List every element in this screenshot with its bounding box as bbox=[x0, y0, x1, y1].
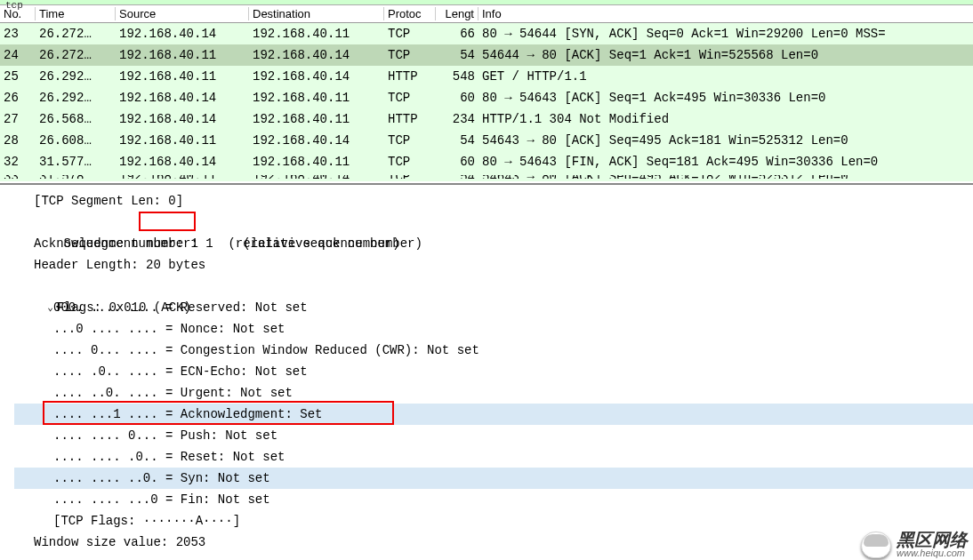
cell-info: 80 → 54643 [FIN, ACK] Seq=181 Ack=495 Wi… bbox=[478, 155, 973, 169]
cell-info: 80 → 54643 [ACK] Seq=1 Ack=495 Win=30336… bbox=[478, 91, 973, 105]
cell-info: 54643 → 80 [ACK] Seq=495 Ack=181 Win=525… bbox=[478, 133, 973, 148]
packet-list[interactable]: 2326.272…192.168.40.14192.168.40.11TCP66… bbox=[0, 23, 973, 185]
cell-src: 192.168.40.14 bbox=[116, 112, 249, 126]
cell-time: 26.272… bbox=[36, 27, 116, 41]
flag-urgent[interactable]: .... ..0. .... = Urgent: Not set bbox=[14, 382, 973, 404]
cell-len: 54 bbox=[436, 175, 478, 179]
cell-proto: TCP bbox=[384, 48, 436, 62]
mushroom-icon bbox=[861, 532, 891, 558]
packet-row[interactable]: 2826.608…192.168.40.11192.168.40.14TCP54… bbox=[0, 130, 973, 151]
cell-len: 234 bbox=[436, 112, 478, 126]
watermark-title: 黑区网络 bbox=[897, 531, 968, 548]
col-header-src[interactable]: Source bbox=[116, 7, 249, 20]
cell-dst: 192.168.40.14 bbox=[249, 69, 384, 84]
cell-info: 54643 → 80 [ACK] Seq=495 Ack=182 Win=525… bbox=[478, 175, 973, 179]
cell-proto: TCP bbox=[384, 155, 436, 169]
cell-proto: TCP bbox=[384, 91, 436, 105]
col-header-info[interactable]: Info bbox=[478, 7, 973, 20]
flag-nonce[interactable]: ...0 .... .... = Nonce: Not set bbox=[14, 318, 973, 340]
cell-src: 192.168.40.11 bbox=[116, 69, 249, 84]
cell-dst: 192.168.40.14 bbox=[249, 48, 384, 62]
packet-row[interactable]: 3331.578…192.168.40.11192.168.40.14TCP54… bbox=[0, 172, 973, 181]
cell-dst: 192.168.40.14 bbox=[249, 133, 384, 148]
packet-row[interactable]: 2726.568…192.168.40.14192.168.40.11HTTP2… bbox=[0, 108, 973, 130]
cell-len: 54 bbox=[436, 48, 478, 62]
cell-proto: HTTP bbox=[384, 112, 436, 126]
cell-dst: 192.168.40.14 bbox=[249, 175, 384, 179]
cell-time: 26.292… bbox=[36, 91, 116, 105]
cell-dst: 192.168.40.11 bbox=[249, 91, 384, 105]
cell-time: 26.608… bbox=[36, 133, 116, 148]
packet-row[interactable]: 2326.272…192.168.40.14192.168.40.11TCP66… bbox=[0, 23, 973, 44]
cell-time: 26.568… bbox=[36, 112, 116, 126]
cell-proto: TCP bbox=[384, 27, 436, 41]
detail-pane[interactable]: [TCP Segment Len: 0] Sequence number: 1 … bbox=[0, 185, 973, 558]
cell-dst: 192.168.40.11 bbox=[249, 112, 384, 126]
flag-reserved[interactable]: 000. .... .... = Reserved: Not set bbox=[14, 297, 973, 318]
cell-no: 28 bbox=[0, 133, 36, 148]
flag-reset[interactable]: .... .... .0.. = Reset: Not set bbox=[14, 446, 973, 468]
cell-proto: TCP bbox=[384, 175, 436, 179]
flag-syn[interactable]: .... .... ..0. = Syn: Not set bbox=[14, 468, 973, 489]
packet-row[interactable]: 3231.577…192.168.40.14192.168.40.11TCP60… bbox=[0, 151, 973, 172]
cell-src: 192.168.40.14 bbox=[116, 91, 249, 105]
cell-len: 60 bbox=[436, 155, 478, 169]
cell-info: 54644 → 80 [ACK] Seq=1 Ack=1 Win=525568 … bbox=[478, 48, 973, 62]
cell-no: 23 bbox=[0, 27, 36, 41]
cell-info: GET / HTTP/1.1 bbox=[478, 69, 973, 84]
cell-src: 192.168.40.11 bbox=[116, 133, 249, 148]
cell-time: 26.292… bbox=[36, 69, 116, 84]
flag-ack[interactable]: .... ...1 .... = Acknowledgment: Set bbox=[14, 404, 973, 425]
cell-len: 60 bbox=[436, 91, 478, 105]
flag-fin[interactable]: .... .... ...0 = Fin: Not set bbox=[14, 489, 973, 510]
flag-cwr[interactable]: .... 0... .... = Congestion Window Reduc… bbox=[14, 340, 973, 361]
cell-time: 31.577… bbox=[36, 155, 116, 169]
col-header-dst[interactable]: Destination bbox=[249, 7, 384, 20]
cell-src: 192.168.40.14 bbox=[116, 27, 249, 41]
watermark: 黑区网络 www.heiqu.com bbox=[861, 531, 968, 558]
cell-proto: TCP bbox=[384, 133, 436, 148]
detail-acknum[interactable]: Acknowledgment number: 1 (relative ack n… bbox=[14, 233, 973, 254]
cell-proto: HTTP bbox=[384, 69, 436, 84]
col-header-proto[interactable]: Protoc bbox=[384, 7, 436, 20]
cell-time: 26.272… bbox=[36, 48, 116, 62]
detail-tcp-seglen[interactable]: [TCP Segment Len: 0] bbox=[14, 190, 973, 212]
col-header-time[interactable]: Time bbox=[36, 7, 116, 20]
cell-time: 31.578… bbox=[36, 175, 116, 179]
cell-dst: 192.168.40.11 bbox=[249, 27, 384, 41]
packet-row[interactable]: 2526.292…192.168.40.11192.168.40.14HTTP5… bbox=[0, 66, 973, 87]
detail-hdrlen[interactable]: Header Length: 20 bytes bbox=[14, 254, 973, 276]
packet-row[interactable]: 2426.272…192.168.40.11192.168.40.14TCP54… bbox=[0, 44, 973, 66]
detail-flags-header[interactable]: ⌄Flags: 0x010 (ACK) bbox=[14, 276, 973, 297]
cell-no: 24 bbox=[0, 48, 36, 62]
flag-ecn[interactable]: .... .0.. .... = ECN-Echo: Not set bbox=[14, 361, 973, 382]
cell-src: 192.168.40.14 bbox=[116, 155, 249, 169]
cell-src: 192.168.40.11 bbox=[116, 48, 249, 62]
cell-len: 66 bbox=[436, 27, 478, 41]
flag-push[interactable]: .... .... 0... = Push: Not set bbox=[14, 425, 973, 446]
cell-no: 33 bbox=[0, 175, 36, 179]
watermark-url: www.heiqu.com bbox=[897, 548, 968, 558]
packet-row[interactable]: 2626.292…192.168.40.14192.168.40.11TCP60… bbox=[0, 87, 973, 108]
cell-info: 80 → 54644 [SYN, ACK] Seq=0 Ack=1 Win=29… bbox=[478, 27, 973, 41]
cell-no: 25 bbox=[0, 69, 36, 84]
cell-info: HTTP/1.1 304 Not Modified bbox=[478, 112, 973, 126]
flag-summary[interactable]: [TCP Flags: ·······A····] bbox=[14, 510, 973, 532]
detail-winsize[interactable]: Window size value: 2053 bbox=[14, 532, 973, 553]
col-header-no[interactable]: No. bbox=[0, 7, 36, 20]
col-header-len[interactable]: Lengt bbox=[436, 7, 478, 20]
cell-dst: 192.168.40.11 bbox=[249, 155, 384, 169]
cell-src: 192.168.40.11 bbox=[116, 175, 249, 179]
cell-no: 27 bbox=[0, 112, 36, 126]
cell-len: 548 bbox=[436, 69, 478, 84]
detail-seqnum[interactable]: Sequence number: 1 (relative sequence nu… bbox=[14, 212, 973, 233]
cell-no: 26 bbox=[0, 91, 36, 105]
cell-no: 32 bbox=[0, 155, 36, 169]
packet-list-header: No. Time Source Destination Protoc Lengt… bbox=[0, 5, 973, 23]
cell-len: 54 bbox=[436, 133, 478, 148]
